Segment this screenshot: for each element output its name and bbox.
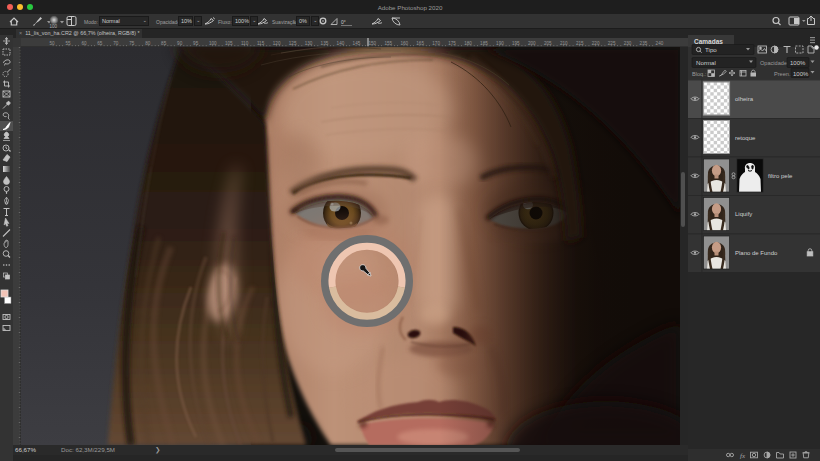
svg-text:120: 120: [273, 41, 281, 46]
svg-text:125: 125: [289, 41, 297, 46]
svg-text:170: 170: [432, 41, 440, 46]
svg-text:Opacidade:: Opacidade:: [760, 60, 789, 66]
svg-text:80: 80: [145, 41, 151, 46]
svg-text:100: 100: [209, 41, 217, 46]
svg-text:205: 205: [544, 41, 552, 46]
svg-text:180: 180: [464, 41, 472, 46]
svg-text:110: 110: [241, 41, 249, 46]
svg-text:105: 105: [225, 41, 233, 46]
svg-text:85: 85: [161, 41, 167, 46]
svg-text:Camadas: Camadas: [694, 38, 723, 45]
svg-text:95: 95: [193, 41, 199, 46]
svg-text:175: 175: [448, 41, 456, 46]
svg-text:Plano de Fundo: Plano de Fundo: [735, 250, 778, 256]
svg-text:150: 150: [369, 41, 377, 46]
svg-text:Liquify: Liquify: [735, 211, 752, 217]
svg-text:220: 220: [592, 41, 600, 46]
svg-text:60: 60: [81, 41, 87, 46]
svg-text:Bloq.:: Bloq.:: [692, 71, 707, 77]
svg-text:Tipo: Tipo: [705, 46, 717, 53]
svg-text:230: 230: [624, 41, 632, 46]
svg-text:90: 90: [177, 41, 183, 46]
svg-text:Preen.:: Preen.:: [774, 71, 792, 77]
svg-text:200: 200: [528, 41, 536, 46]
svg-text:190: 190: [496, 41, 504, 46]
svg-text:100%: 100%: [793, 71, 809, 77]
svg-text:70: 70: [113, 41, 119, 46]
svg-text:55: 55: [66, 41, 72, 46]
svg-text:135: 135: [321, 41, 329, 46]
svg-text:olheira: olheira: [735, 96, 754, 102]
svg-text:215: 215: [576, 41, 584, 46]
svg-text:115: 115: [257, 41, 265, 46]
svg-text:130: 130: [305, 41, 313, 46]
svg-text:retoque: retoque: [735, 135, 756, 141]
svg-text:225: 225: [608, 41, 616, 46]
svg-text:Normal: Normal: [696, 59, 716, 66]
svg-text:100%: 100%: [790, 60, 806, 66]
svg-text:185: 185: [480, 41, 488, 46]
svg-text:65: 65: [97, 41, 103, 46]
svg-text:75: 75: [129, 41, 135, 46]
svg-text:235: 235: [640, 41, 648, 46]
svg-text:165: 165: [416, 41, 424, 46]
svg-text:160: 160: [400, 41, 408, 46]
svg-text:fx: fx: [740, 452, 746, 460]
svg-text:195: 195: [512, 41, 520, 46]
svg-text:210: 210: [560, 41, 568, 46]
svg-text:140: 140: [337, 41, 345, 46]
svg-text:50: 50: [50, 41, 56, 46]
svg-text:filtro pele: filtro pele: [768, 173, 793, 179]
svg-text:145: 145: [353, 41, 361, 46]
svg-text:100: 100: [50, 24, 58, 29]
svg-text:240: 240: [656, 41, 664, 46]
svg-text:155: 155: [384, 41, 392, 46]
